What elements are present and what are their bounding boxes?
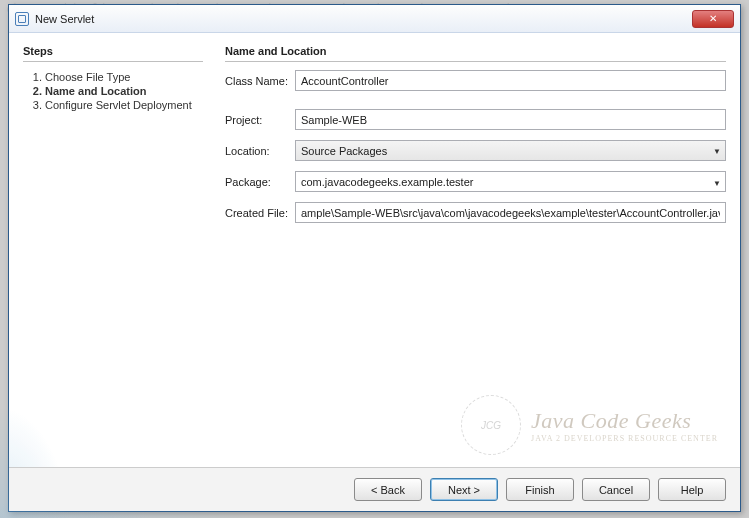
dialog-body: Steps Choose File Type Name and Location… xyxy=(9,33,740,511)
row-package: Package: ▼ xyxy=(225,171,726,192)
row-location: Location: Source Packages ▼ xyxy=(225,140,726,161)
label-package: Package: xyxy=(225,176,295,188)
button-bar: < Back Next > Finish Cancel Help xyxy=(9,467,740,511)
window-title: New Servlet xyxy=(35,13,94,25)
help-button[interactable]: Help xyxy=(658,478,726,501)
dialog-window: New Servlet ✕ Steps Choose File Type Nam… xyxy=(8,4,741,512)
row-class-name: Class Name: xyxy=(225,70,726,91)
form-panel: Name and Location Class Name: Project: L… xyxy=(213,45,726,511)
cancel-button[interactable]: Cancel xyxy=(582,478,650,501)
step-configure-servlet-deployment: Configure Servlet Deployment xyxy=(45,98,203,112)
location-select[interactable]: Source Packages ▼ xyxy=(295,140,726,161)
next-button[interactable]: Next > xyxy=(430,478,498,501)
label-location: Location: xyxy=(225,145,295,157)
location-select-value: Source Packages xyxy=(301,145,707,157)
row-created-file: Created File: xyxy=(225,202,726,223)
window-close-button[interactable]: ✕ xyxy=(692,10,734,28)
package-input[interactable] xyxy=(295,171,726,192)
form-heading: Name and Location xyxy=(225,45,726,62)
step-choose-file-type: Choose File Type xyxy=(45,70,203,84)
chevron-down-icon: ▼ xyxy=(713,146,721,155)
app-cube-icon xyxy=(15,12,29,26)
back-button[interactable]: < Back xyxy=(354,478,422,501)
step-name-and-location: Name and Location xyxy=(45,84,203,98)
row-project: Project: xyxy=(225,109,726,130)
project-field xyxy=(295,109,726,130)
steps-heading: Steps xyxy=(23,45,203,62)
label-created-file: Created File: xyxy=(225,207,295,219)
label-class-name: Class Name: xyxy=(225,75,295,87)
finish-button[interactable]: Finish xyxy=(506,478,574,501)
created-file-field xyxy=(295,202,726,223)
close-icon: ✕ xyxy=(709,13,717,24)
class-name-input[interactable] xyxy=(295,70,726,91)
titlebar: New Servlet ✕ xyxy=(9,5,740,33)
package-combo[interactable]: ▼ xyxy=(295,171,726,192)
steps-list: Choose File Type Name and Location Confi… xyxy=(23,70,203,112)
steps-panel: Steps Choose File Type Name and Location… xyxy=(23,45,213,511)
label-project: Project: xyxy=(225,114,295,126)
